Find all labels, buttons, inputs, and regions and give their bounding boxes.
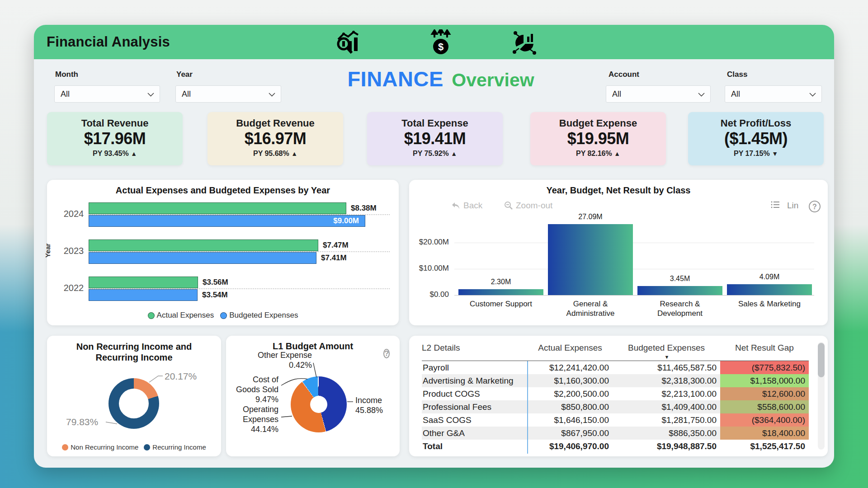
account-filter-dropdown[interactable]: All bbox=[606, 85, 711, 103]
chart-legend: Non Recurring Income Recurring Income bbox=[47, 443, 221, 451]
x-axis-category-label: Customer Support bbox=[460, 299, 542, 309]
donut-ring[interactable] bbox=[108, 378, 159, 429]
month-filter-dropdown[interactable]: All bbox=[54, 85, 160, 103]
column-header-budgeted-expenses[interactable]: Budgeted Expenses bbox=[613, 343, 720, 353]
bar-actual-expenses-2022[interactable] bbox=[89, 277, 198, 288]
bar-data-label: $8.38M bbox=[351, 202, 377, 214]
kpi-label: Budget Expense bbox=[530, 117, 666, 129]
kpi-label: Budget Revenue bbox=[208, 117, 343, 129]
cell-actual-expenses: $1,160,300.00 bbox=[528, 374, 613, 387]
kpi-py-change: PY 95.68% ▲ bbox=[208, 150, 343, 158]
table-row[interactable]: Other G&A$867,950.00$886,350.00$18,400.0… bbox=[422, 427, 809, 440]
legend-item-recurring-income[interactable]: Recurring Income bbox=[144, 443, 206, 451]
table-header-row: L2 Details Actual Expenses Budgeted Expe… bbox=[422, 343, 809, 353]
kpi-py-change: PY 93.45% ▲ bbox=[47, 150, 183, 158]
donut-ring[interactable] bbox=[291, 376, 347, 432]
class-filter-label: Class bbox=[727, 70, 747, 79]
table-scrollbar-thumb[interactable] bbox=[818, 343, 825, 377]
account-filter-label: Account bbox=[609, 70, 639, 79]
cell-actual-expenses: $2,200,500.00 bbox=[528, 387, 613, 400]
column-separator bbox=[527, 361, 528, 454]
cell-net-result-gap: ($364,400.00) bbox=[720, 413, 809, 427]
trend-down-icon: ▼ bbox=[772, 150, 778, 157]
cell-net-result-gap: ($775,832.50) bbox=[720, 361, 809, 374]
l2-details-table: L2 Details Actual Expenses Budgeted Expe… bbox=[409, 336, 828, 456]
account-filter-value: All bbox=[612, 89, 621, 99]
kpi-label: Net Profit/Loss bbox=[688, 117, 824, 129]
dashboard-canvas: Financial Analysis bbox=[34, 25, 834, 468]
column-header-net-result-gap[interactable]: Net Result Gap bbox=[720, 343, 809, 353]
total-value: $1,525,417.50 bbox=[720, 440, 809, 453]
analytics-search-icon bbox=[335, 29, 362, 56]
cell-net-result-gap: $18,400.00 bbox=[720, 427, 809, 440]
cell-l2-details: SaaS COGS bbox=[422, 413, 528, 427]
cell-actual-expenses: $12,241,420.00 bbox=[528, 361, 613, 374]
bar-budgeted-expenses-2022[interactable] bbox=[89, 289, 198, 301]
table-row[interactable]: Payroll$12,241,420.00$11,465,587.50($775… bbox=[422, 361, 809, 374]
cell-net-result-gap: $558,600.00 bbox=[720, 400, 809, 413]
kpi-label: Total Expense bbox=[367, 117, 503, 129]
chevron-down-icon bbox=[809, 93, 816, 97]
cell-l2-details: Payroll bbox=[422, 361, 528, 374]
cell-net-result-gap: $12,600.00 bbox=[720, 387, 809, 400]
kpi-value: $19.41M bbox=[367, 129, 503, 148]
page-background: Financial Analysis bbox=[0, 0, 868, 488]
cell-l2-details: Other G&A bbox=[422, 427, 528, 440]
cell-budgeted-expenses: $1,281,750.00 bbox=[613, 413, 720, 427]
chart-help-button[interactable]: ? bbox=[383, 348, 390, 359]
bar-actual-expenses-2024[interactable] bbox=[89, 202, 346, 214]
legend-item-actual-expenses[interactable]: Actual Expenses bbox=[148, 311, 214, 320]
l1-budget-donut-chart: L1 Budget Amount ? Other Expense 0.42% C… bbox=[226, 336, 400, 456]
kpi-label: Total Revenue bbox=[47, 117, 183, 129]
month-filter-value: All bbox=[61, 89, 70, 99]
cell-budgeted-expenses: $11,465,587.50 bbox=[613, 361, 720, 374]
chart-title: Non Recurring Income and Recurring Incom… bbox=[47, 341, 221, 363]
legend-dot bbox=[220, 312, 227, 319]
year-filter-dropdown[interactable]: All bbox=[175, 85, 281, 103]
kpi-net-profit-loss: Net Profit/Loss ($1.45M) PY 17.15% ▼ bbox=[688, 112, 824, 165]
bar-actual-expenses-2023[interactable] bbox=[89, 239, 318, 251]
svg-text:$: $ bbox=[438, 41, 443, 52]
cell-actual-expenses: $850,800.00 bbox=[528, 400, 613, 413]
y-axis-category-label: 2022 bbox=[62, 283, 85, 293]
bar-data-label: $3.54M bbox=[202, 289, 228, 301]
legend-item-non-recurring-income[interactable]: Non Recurring Income bbox=[62, 443, 138, 451]
kpi-py-change: PY 82.16% ▲ bbox=[530, 150, 666, 158]
cell-actual-expenses: $1,646,150.00 bbox=[528, 413, 613, 427]
cell-net-result-gap: $1,158,000.00 bbox=[720, 374, 809, 387]
sort-descending-icon[interactable]: ▼ bbox=[663, 354, 670, 360]
table-row[interactable]: Professional Fees$850,800.00$1,409,400.0… bbox=[422, 400, 809, 413]
bar-data-label: $3.56M bbox=[203, 277, 228, 288]
column-customer-support[interactable] bbox=[458, 289, 543, 295]
table-row[interactable]: Product COGS$2,200,500.00$2,213,100.00$1… bbox=[422, 387, 809, 400]
cell-actual-expenses: $867,950.00 bbox=[528, 427, 613, 440]
column-header-actual-expenses[interactable]: Actual Expenses bbox=[528, 343, 613, 353]
bar-data-label: $7.41M bbox=[321, 252, 347, 264]
column-header-l2-details[interactable]: L2 Details bbox=[422, 343, 528, 353]
legend-item-budgeted-expenses[interactable]: Budgeted Expenses bbox=[220, 311, 298, 320]
chevron-down-icon bbox=[269, 93, 275, 97]
table-scrollbar[interactable] bbox=[818, 342, 825, 450]
slice-label-income: Income 45.88% bbox=[355, 395, 396, 415]
kpi-value: $17.96M bbox=[47, 129, 183, 148]
bar-budgeted-expenses-2023[interactable] bbox=[89, 252, 316, 264]
table-row[interactable]: Advertising & Marketing$1,160,300.00$2,3… bbox=[422, 374, 809, 387]
kpi-py-change: PY 17.15% ▼ bbox=[688, 150, 824, 158]
column-general-administrative[interactable] bbox=[548, 224, 633, 295]
column-research-development[interactable] bbox=[637, 286, 722, 295]
class-filter-dropdown[interactable]: All bbox=[725, 85, 822, 103]
slice-label-operating-expenses: Operating Expenses 44.14% bbox=[232, 404, 278, 434]
money-growth-icon: $ bbox=[427, 29, 454, 56]
class-filter-value: All bbox=[731, 89, 740, 99]
y-axis-category-label: 2024 bbox=[62, 209, 85, 219]
column-data-label: 4.09M bbox=[725, 273, 814, 281]
year-filter-value: All bbox=[182, 89, 191, 99]
column-sales-marketing[interactable] bbox=[727, 284, 812, 295]
table-row[interactable]: SaaS COGS$1,646,150.00$1,281,750.00($364… bbox=[422, 413, 809, 427]
kpi-py-change: PY 75.92% ▲ bbox=[367, 150, 503, 158]
slice-label-non-recurring: 20.17% bbox=[165, 371, 197, 382]
total-value: $19,406,970.00 bbox=[528, 440, 613, 453]
kpi-value: $19.95M bbox=[530, 129, 666, 148]
pie-network-icon bbox=[511, 29, 538, 56]
x-axis-category-label: Research & Development bbox=[639, 299, 721, 318]
